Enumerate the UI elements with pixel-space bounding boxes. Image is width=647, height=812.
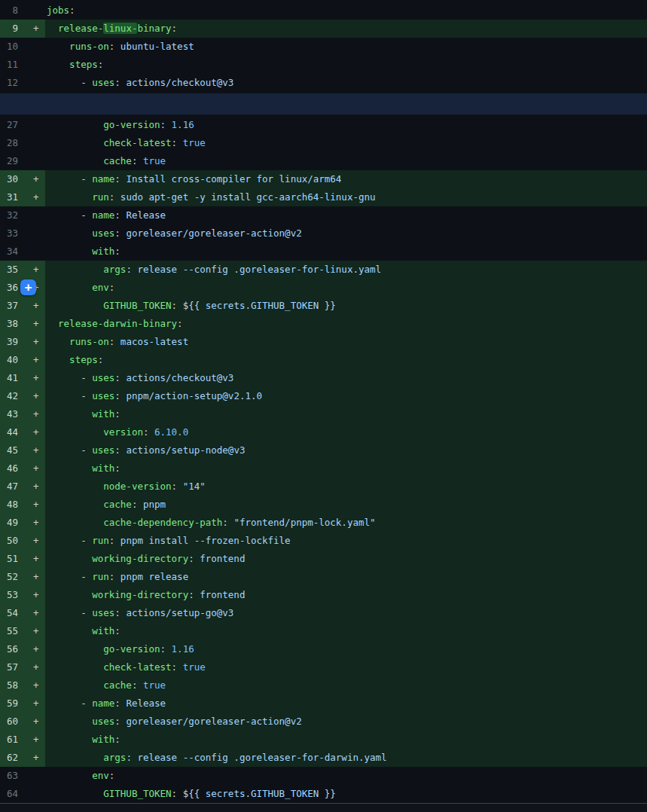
line-gutter: 37+ — [0, 297, 45, 315]
line-number[interactable]: 53 — [0, 586, 23, 604]
code-token — [47, 462, 92, 474]
code-line: with: — [45, 243, 647, 261]
line-gutter: 35+ — [0, 261, 45, 279]
diff-added-marker: + — [23, 496, 45, 514]
line-number[interactable]: 58 — [0, 676, 23, 694]
code-token: : — [172, 23, 178, 34]
line-number[interactable]: 32 — [0, 206, 23, 224]
line-number[interactable]: 56 — [0, 640, 23, 658]
code-token: jobs — [47, 5, 69, 16]
line-number[interactable]: 38 — [0, 315, 23, 333]
line-number[interactable]: 27 — [0, 116, 23, 134]
diff-added-marker: + — [23, 351, 45, 369]
line-number[interactable]: 31 — [0, 188, 23, 206]
code-token — [47, 481, 103, 492]
line-number[interactable]: 51 — [0, 550, 23, 568]
line-number[interactable]: 46 — [0, 459, 23, 478]
line-number[interactable]: 34 — [0, 243, 23, 261]
code-token — [47, 752, 103, 763]
diff-added-marker: + — [23, 405, 45, 423]
line-number[interactable]: 41 — [0, 369, 23, 387]
code-token — [47, 589, 92, 600]
code-token: run — [92, 571, 109, 582]
line-number[interactable]: 62 — [0, 749, 23, 767]
line-number[interactable]: 42 — [0, 387, 23, 405]
line-number[interactable]: 52 — [0, 568, 23, 586]
add-comment-button[interactable]: + — [20, 279, 36, 295]
line-number[interactable]: 10 — [0, 38, 23, 56]
line-gutter: 53+ — [0, 586, 45, 604]
line-gutter: 40+ — [0, 351, 45, 369]
code-token: env — [92, 282, 109, 293]
line-number[interactable]: 35 — [0, 261, 23, 279]
code-token: working-directory — [92, 553, 188, 564]
code-line: args: release --config .goreleaser-for-l… — [45, 261, 647, 279]
line-number[interactable]: 8 — [0, 2, 23, 20]
code-token: : — [177, 318, 183, 329]
line-number[interactable]: 30 — [0, 170, 23, 188]
line-number[interactable]: 54 — [0, 604, 23, 622]
code-token: : — [222, 517, 233, 528]
line-number[interactable]: 44 — [0, 423, 23, 441]
code-token: : — [114, 625, 121, 636]
code-token — [47, 155, 103, 166]
hunk-expander[interactable] — [0, 92, 647, 116]
line-number[interactable]: 12 — [0, 74, 23, 92]
line-number[interactable]: 43 — [0, 405, 23, 423]
line-number[interactable]: 63 — [0, 767, 23, 785]
line-number[interactable]: 64 — [0, 785, 23, 803]
code-token: : — [109, 282, 115, 293]
line-number[interactable]: 39 — [0, 333, 23, 351]
diff-line: 30+ - name: Install cross-compiler for l… — [0, 170, 647, 188]
diff-added-marker: + — [23, 713, 45, 731]
line-number[interactable]: 37 — [0, 297, 23, 315]
code-token: - — [47, 209, 92, 221]
line-number[interactable]: 50 — [0, 532, 23, 550]
diff-marker — [23, 74, 45, 92]
line-number[interactable]: 48 — [0, 496, 23, 514]
diff-added-marker: + — [23, 694, 45, 713]
code-token: - — [47, 444, 92, 456]
code-line: check-latest: true — [45, 134, 647, 152]
line-gutter: 43+ — [0, 405, 45, 423]
line-number[interactable]: 55 — [0, 622, 23, 640]
line-number[interactable]: 45 — [0, 441, 23, 459]
code-token: go-version — [103, 643, 160, 655]
code-token: - — [47, 173, 92, 185]
code-token: : — [114, 444, 126, 456]
code-token — [47, 716, 92, 727]
diff-added-marker: + — [23, 170, 45, 188]
code-line: cache: true — [45, 676, 647, 694]
line-number[interactable]: 57 — [0, 658, 23, 676]
code-line: - uses: pnpm/action-setup@v2.1.0 — [45, 387, 647, 405]
line-number[interactable]: 47 — [0, 478, 23, 496]
diff-marker — [23, 56, 45, 74]
line-number[interactable]: 61 — [0, 731, 23, 749]
diff-line: 40+ steps: — [0, 351, 647, 369]
code-token: : — [132, 155, 143, 166]
code-line: - name: Install cross-compiler for linux… — [45, 170, 647, 188]
line-number[interactable]: 29 — [0, 152, 23, 170]
line-number[interactable]: 59 — [0, 694, 23, 713]
code-line: - run: pnpm release — [45, 568, 647, 586]
code-token: args — [103, 264, 126, 275]
line-number[interactable]: 9 — [0, 20, 23, 38]
code-token: frontend — [200, 553, 245, 564]
line-number[interactable]: 11 — [0, 56, 23, 74]
code-token: : — [160, 643, 172, 655]
line-number[interactable]: 49 — [0, 514, 23, 532]
line-gutter: 48+ — [0, 496, 45, 514]
line-number[interactable]: 60 — [0, 713, 23, 731]
line-gutter: 57+ — [0, 658, 45, 676]
line-number[interactable]: 40 — [0, 351, 23, 369]
code-token: run — [92, 535, 109, 546]
code-token — [47, 770, 92, 781]
line-gutter: 58+ — [0, 676, 45, 694]
line-number[interactable]: 28 — [0, 134, 23, 152]
code-token: name — [92, 209, 114, 221]
line-gutter: 62+ — [0, 749, 45, 767]
line-number[interactable]: 33 — [0, 224, 23, 243]
line-number[interactable]: 36 — [0, 279, 23, 297]
diff-line: 31+ run: sudo apt-get -y install gcc-aar… — [0, 188, 647, 206]
code-token: runs-on — [69, 336, 109, 347]
